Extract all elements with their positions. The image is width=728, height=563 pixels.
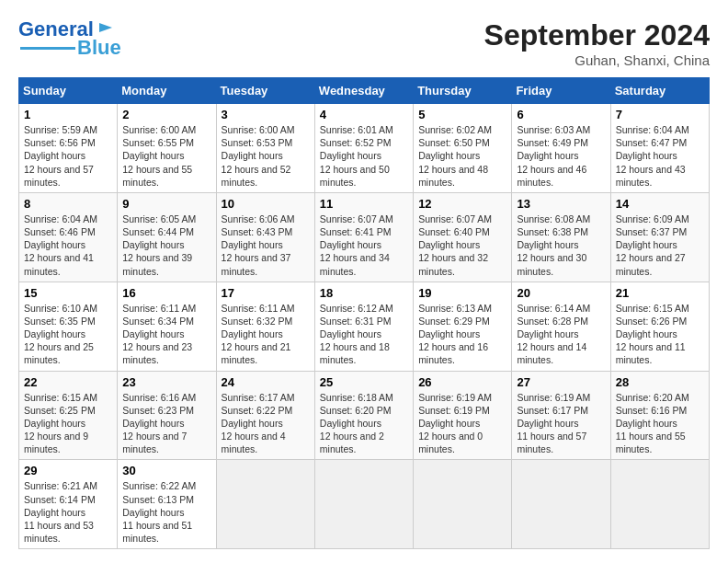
col-tuesday: Tuesday	[216, 78, 314, 104]
month-title: September 2024	[484, 18, 710, 52]
calendar-cell: 3 Sunrise: 6:00 AMSunset: 6:53 PMDayligh…	[216, 104, 314, 193]
week-row-3: 15 Sunrise: 6:10 AMSunset: 6:35 PMDaylig…	[19, 282, 710, 371]
calendar-cell: 6 Sunrise: 6:03 AMSunset: 6:49 PMDayligh…	[512, 104, 610, 193]
logo-text2: Blue	[77, 37, 121, 59]
day-number: 22	[24, 375, 112, 389]
calendar-cell: 21 Sunrise: 6:15 AMSunset: 6:26 PMDaylig…	[610, 282, 709, 371]
calendar-cell: 13 Sunrise: 6:08 AMSunset: 6:38 PMDaylig…	[512, 192, 610, 282]
calendar-cell: 18 Sunrise: 6:12 AMSunset: 6:31 PMDaylig…	[314, 282, 413, 371]
title-block: September 2024 Guhan, Shanxi, China	[484, 18, 710, 68]
week-row-2: 8 Sunrise: 6:04 AMSunset: 6:46 PMDayligh…	[19, 192, 710, 282]
calendar-cell: 26 Sunrise: 6:19 AMSunset: 6:19 PMDaylig…	[414, 371, 512, 460]
cell-content: Sunrise: 6:09 AMSunset: 6:37 PMDaylight …	[616, 213, 689, 277]
day-number: 14	[616, 197, 704, 211]
location: Guhan, Shanxi, China	[484, 52, 710, 68]
cell-content: Sunrise: 6:13 AMSunset: 6:29 PMDaylight …	[418, 303, 492, 366]
cell-content: Sunrise: 6:14 AMSunset: 6:28 PMDaylight …	[517, 303, 590, 366]
calendar-cell: 30 Sunrise: 6:22 AMSunset: 6:13 PMDaylig…	[118, 460, 216, 549]
day-number: 18	[320, 286, 408, 300]
cell-content: Sunrise: 6:07 AMSunset: 6:40 PMDaylight …	[418, 213, 492, 277]
day-number: 1	[24, 108, 112, 121]
calendar-cell: 25 Sunrise: 6:18 AMSunset: 6:20 PMDaylig…	[314, 371, 413, 460]
cell-content: Sunrise: 6:08 AMSunset: 6:38 PMDaylight …	[517, 213, 590, 277]
calendar-table: Sunday Monday Tuesday Wednesday Thursday…	[18, 77, 710, 549]
day-number: 17	[222, 286, 310, 300]
cell-content: Sunrise: 6:15 AMSunset: 6:25 PMDaylight …	[24, 392, 97, 455]
cell-content: Sunrise: 6:00 AMSunset: 6:53 PMDaylight …	[222, 124, 295, 188]
calendar-cell: 1 Sunrise: 5:59 AMSunset: 6:56 PMDayligh…	[19, 104, 118, 193]
calendar-cell: 8 Sunrise: 6:04 AMSunset: 6:46 PMDayligh…	[19, 192, 118, 282]
day-number: 16	[122, 286, 210, 300]
day-number: 9	[122, 197, 210, 211]
cell-content: Sunrise: 6:12 AMSunset: 6:31 PMDaylight …	[320, 303, 393, 366]
calendar-cell: 9 Sunrise: 6:05 AMSunset: 6:44 PMDayligh…	[118, 192, 216, 282]
day-number: 23	[122, 375, 210, 389]
calendar-cell	[414, 460, 512, 549]
day-number: 12	[418, 197, 506, 211]
calendar-cell	[610, 460, 709, 549]
day-number: 29	[24, 464, 112, 477]
cell-content: Sunrise: 6:10 AMSunset: 6:35 PMDaylight …	[24, 303, 97, 366]
calendar-cell: 15 Sunrise: 6:10 AMSunset: 6:35 PMDaylig…	[19, 282, 118, 371]
cell-content: Sunrise: 6:05 AMSunset: 6:44 PMDaylight …	[122, 213, 196, 277]
day-number: 28	[616, 375, 704, 389]
day-number: 25	[320, 375, 408, 389]
cell-content: Sunrise: 6:11 AMSunset: 6:32 PMDaylight …	[222, 303, 295, 366]
day-number: 26	[418, 375, 506, 389]
calendar-cell: 24 Sunrise: 6:17 AMSunset: 6:22 PMDaylig…	[216, 371, 314, 460]
day-number: 2	[122, 108, 210, 121]
day-number: 19	[418, 286, 506, 300]
calendar-cell: 5 Sunrise: 6:02 AMSunset: 6:50 PMDayligh…	[414, 104, 512, 193]
calendar-cell: 22 Sunrise: 6:15 AMSunset: 6:25 PMDaylig…	[19, 371, 118, 460]
calendar-cell: 29 Sunrise: 6:21 AMSunset: 6:14 PMDaylig…	[19, 460, 118, 549]
day-number: 21	[616, 286, 704, 300]
calendar-cell	[216, 460, 314, 549]
day-number: 11	[320, 197, 408, 211]
calendar-cell: 4 Sunrise: 6:01 AMSunset: 6:52 PMDayligh…	[314, 104, 413, 193]
calendar-cell: 28 Sunrise: 6:20 AMSunset: 6:16 PMDaylig…	[610, 371, 709, 460]
cell-content: Sunrise: 6:19 AMSunset: 6:17 PMDaylight …	[517, 392, 590, 455]
day-number: 10	[222, 197, 310, 211]
header-row: Sunday Monday Tuesday Wednesday Thursday…	[19, 78, 710, 104]
calendar-cell: 20 Sunrise: 6:14 AMSunset: 6:28 PMDaylig…	[512, 282, 610, 371]
logo-icon	[96, 17, 116, 38]
calendar-cell	[314, 460, 413, 549]
day-number: 15	[24, 286, 112, 300]
calendar-cell: 10 Sunrise: 6:06 AMSunset: 6:43 PMDaylig…	[216, 192, 314, 282]
day-number: 3	[222, 108, 310, 121]
cell-content: Sunrise: 5:59 AMSunset: 6:56 PMDaylight …	[24, 124, 97, 188]
col-sunday: Sunday	[19, 78, 118, 104]
day-number: 24	[222, 375, 310, 389]
cell-content: Sunrise: 6:07 AMSunset: 6:41 PMDaylight …	[320, 213, 393, 277]
cell-content: Sunrise: 6:17 AMSunset: 6:22 PMDaylight …	[222, 392, 295, 455]
cell-content: Sunrise: 6:21 AMSunset: 6:14 PMDaylight …	[24, 480, 97, 544]
cell-content: Sunrise: 6:00 AMSunset: 6:55 PMDaylight …	[122, 124, 196, 188]
day-number: 30	[122, 464, 210, 477]
day-number: 20	[517, 286, 605, 300]
week-row-1: 1 Sunrise: 5:59 AMSunset: 6:56 PMDayligh…	[19, 104, 710, 193]
day-number: 7	[616, 108, 704, 121]
col-thursday: Thursday	[414, 78, 512, 104]
cell-content: Sunrise: 6:15 AMSunset: 6:26 PMDaylight …	[616, 303, 689, 366]
col-friday: Friday	[512, 78, 610, 104]
cell-content: Sunrise: 6:01 AMSunset: 6:52 PMDaylight …	[320, 124, 393, 188]
page-header: General Blue September 2024 Guhan, Shanx…	[18, 18, 710, 68]
day-number: 8	[24, 197, 112, 211]
day-number: 13	[517, 197, 605, 211]
cell-content: Sunrise: 6:04 AMSunset: 6:46 PMDaylight …	[24, 213, 97, 277]
day-number: 4	[320, 108, 408, 121]
week-row-4: 22 Sunrise: 6:15 AMSunset: 6:25 PMDaylig…	[19, 371, 710, 460]
svg-marker-0	[99, 23, 112, 32]
calendar-cell: 2 Sunrise: 6:00 AMSunset: 6:55 PMDayligh…	[118, 104, 216, 193]
day-number: 27	[517, 375, 605, 389]
cell-content: Sunrise: 6:16 AMSunset: 6:23 PMDaylight …	[122, 392, 196, 455]
calendar-cell: 11 Sunrise: 6:07 AMSunset: 6:41 PMDaylig…	[314, 192, 413, 282]
cell-content: Sunrise: 6:06 AMSunset: 6:43 PMDaylight …	[222, 213, 295, 277]
cell-content: Sunrise: 6:11 AMSunset: 6:34 PMDaylight …	[122, 303, 196, 366]
col-saturday: Saturday	[610, 78, 709, 104]
calendar-cell: 16 Sunrise: 6:11 AMSunset: 6:34 PMDaylig…	[118, 282, 216, 371]
cell-content: Sunrise: 6:20 AMSunset: 6:16 PMDaylight …	[616, 392, 689, 455]
cell-content: Sunrise: 6:22 AMSunset: 6:13 PMDaylight …	[122, 480, 196, 544]
cell-content: Sunrise: 6:03 AMSunset: 6:49 PMDaylight …	[517, 124, 590, 188]
day-number: 6	[517, 108, 605, 121]
